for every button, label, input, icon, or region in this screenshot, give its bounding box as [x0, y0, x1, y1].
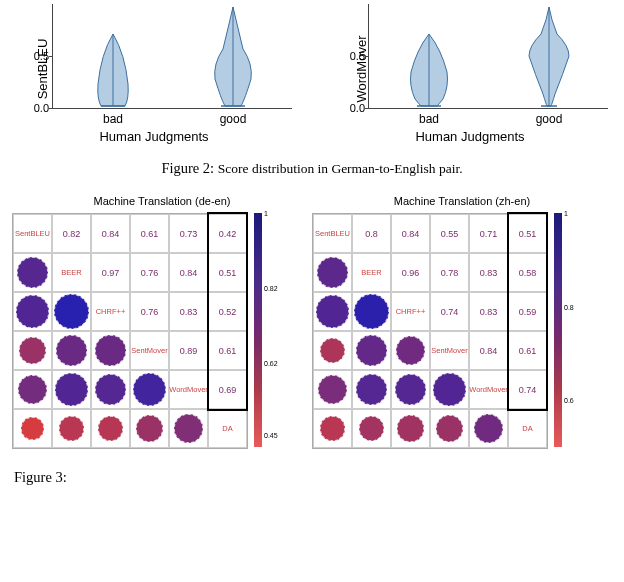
- heatmap-cell: [13, 331, 52, 370]
- heatmap-grid-left: SentBLEU0.820.840.610.730.42BEER0.970.76…: [12, 213, 248, 449]
- heatmap-cell: [313, 370, 352, 409]
- heatmap-cell: CHRF++: [91, 292, 130, 331]
- correlation-circle: [316, 295, 348, 327]
- caption-text: Score distribution in German-to-English …: [218, 161, 463, 176]
- correlation-circle: [17, 257, 49, 289]
- xtick-label: good: [519, 112, 579, 126]
- correlation-circle: [474, 414, 504, 444]
- heatmap-cell: [91, 409, 130, 448]
- heatmap-cell: [52, 370, 91, 409]
- tick-mark: [49, 56, 53, 57]
- correlation-circle: [354, 294, 389, 329]
- heatmap-cell: [91, 370, 130, 409]
- correlation-circle: [356, 335, 387, 366]
- xtick-label: bad: [399, 112, 459, 126]
- heatmap-cell: 0.82: [52, 214, 91, 253]
- violin-panel-sentbleu: SentBLEU 0.0 0.5 bad go: [14, 4, 294, 134]
- correlation-circle: [359, 416, 385, 442]
- ytick-label: 0.5: [23, 50, 49, 62]
- heatmap-cell: [52, 292, 91, 331]
- heatmap-grid-right: SentBLEU0.80.840.550.710.51BEER0.960.780…: [312, 213, 548, 449]
- heatmap-title-right: Machine Translation (zh-en): [312, 195, 612, 207]
- heatmap-cell: [391, 409, 430, 448]
- heatmap-cell: SentBLEU: [13, 214, 52, 253]
- correlation-circle: [433, 373, 465, 405]
- heatmap-cell: [430, 409, 469, 448]
- figure-container: SentBLEU 0.0 0.5 bad go: [0, 0, 624, 496]
- heatmap-cell: [52, 331, 91, 370]
- correlation-circle: [133, 373, 166, 406]
- ytick-label: 0.5: [339, 50, 365, 62]
- heatmap-title-left: Machine Translation (de-en): [12, 195, 312, 207]
- heatmap-cell: 0.84: [169, 253, 208, 292]
- heatmap-cell: BEER: [52, 253, 91, 292]
- ytick-label: 0.0: [23, 102, 49, 114]
- heatmap-cell: 0.51: [508, 214, 547, 253]
- heatmap-cell: 0.8: [352, 214, 391, 253]
- correlation-circle: [317, 257, 348, 288]
- cbar-tick: 1: [564, 210, 568, 217]
- cbar-tick: 0.8: [564, 303, 574, 310]
- colorbar-left: 1 0.82 0.62 0.45: [254, 213, 262, 447]
- violin-plots-row: SentBLEU 0.0 0.5 bad go: [4, 4, 620, 134]
- plot-area-left: 0.0 0.5 bad good: [52, 4, 292, 109]
- heatmap-cell: [13, 409, 52, 448]
- heatmap-cell: WordMover: [169, 370, 208, 409]
- heatmap-cell: [313, 409, 352, 448]
- heatmap-panel-zhen: Machine Translation (zh-en) SentBLEU0.80…: [312, 195, 612, 449]
- cbar-tick: 1: [264, 210, 268, 217]
- heatmap-cell: 0.61: [508, 331, 547, 370]
- heatmap-cell: 0.96: [391, 253, 430, 292]
- heatmap-cell: DA: [508, 409, 547, 448]
- correlation-circle: [55, 373, 87, 405]
- heatmap-cell: 0.97: [91, 253, 130, 292]
- heatmap-cell: 0.74: [430, 292, 469, 331]
- heatmap-cell: 0.42: [208, 214, 247, 253]
- xtick-label: bad: [83, 112, 143, 126]
- heatmap-cell: 0.78: [430, 253, 469, 292]
- correlation-circle: [56, 335, 86, 365]
- heatmap-cell: [91, 331, 130, 370]
- xlabel-right: Human Judgments: [415, 129, 524, 144]
- figure3-caption: Figure 3:: [14, 469, 610, 486]
- heatmap-cell: [13, 292, 52, 331]
- tick-mark: [365, 56, 369, 57]
- violin-panel-wordmover: WordMover 0.0 0.5 bad g: [330, 4, 610, 134]
- heatmap-cell: 0.69: [208, 370, 247, 409]
- correlation-circle: [397, 415, 423, 441]
- heatmap-cell: 0.84: [391, 214, 430, 253]
- heatmap-cell: 0.74: [508, 370, 547, 409]
- correlation-circle: [318, 375, 347, 404]
- heatmap-cell: 0.73: [169, 214, 208, 253]
- heatmap-cell: SentMover: [430, 331, 469, 370]
- heatmap-cell: WordMover: [469, 370, 508, 409]
- heatmap-cell: [13, 253, 52, 292]
- figure2-caption: Figure 2: Score distribution in German-t…: [4, 160, 620, 177]
- violin-shape-bad: [83, 4, 143, 109]
- correlation-circle: [95, 374, 127, 406]
- cbar-tick: 0.45: [264, 432, 278, 439]
- correlation-circle: [19, 337, 46, 364]
- correlation-circle: [95, 335, 125, 365]
- heatmap-cell: 0.59: [508, 292, 547, 331]
- heatmap-cell: 0.76: [130, 292, 169, 331]
- correlation-circle: [320, 338, 345, 363]
- heatmap-cell: 0.83: [469, 253, 508, 292]
- heatmap-cell: 0.55: [430, 214, 469, 253]
- correlation-circle: [59, 416, 83, 440]
- heatmap-cell: [52, 409, 91, 448]
- heatmap-cell: 0.58: [508, 253, 547, 292]
- heatmap-body: SentBLEU0.80.840.550.710.51BEER0.960.780…: [312, 213, 612, 449]
- cbar-tick: 0.62: [264, 359, 278, 366]
- correlation-circle: [395, 374, 427, 406]
- correlation-circle: [396, 336, 426, 366]
- heatmap-cell: 0.71: [469, 214, 508, 253]
- correlation-circle: [136, 415, 163, 442]
- tick-mark: [365, 108, 369, 109]
- heatmap-cell: [352, 409, 391, 448]
- heatmap-cell: 0.76: [130, 253, 169, 292]
- heatmap-cell: 0.83: [469, 292, 508, 331]
- correlation-circle: [54, 294, 89, 329]
- heatmap-cell: CHRF++: [391, 292, 430, 331]
- violin-shape-bad: [399, 4, 459, 109]
